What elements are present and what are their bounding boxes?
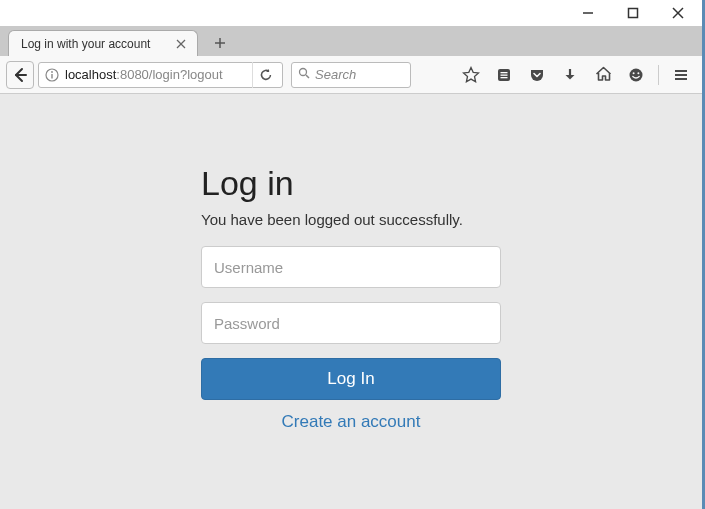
toolbar-separator xyxy=(658,65,659,85)
username-field[interactable] xyxy=(201,246,501,288)
address-bar[interactable]: localhost:8080/login?logout xyxy=(38,62,283,88)
navigation-toolbar: localhost:8080/login?logout Search xyxy=(0,56,702,94)
svg-point-10 xyxy=(51,71,53,73)
library-icon[interactable] xyxy=(489,61,519,89)
downloads-icon[interactable] xyxy=(555,61,585,89)
close-tab-icon[interactable] xyxy=(173,36,189,52)
pocket-icon[interactable] xyxy=(522,61,552,89)
url-path: /login?logout xyxy=(149,67,223,82)
logout-message: You have been logged out successfully. xyxy=(201,211,501,228)
search-icon xyxy=(298,67,310,82)
svg-point-20 xyxy=(633,72,635,74)
login-heading: Log in xyxy=(201,164,501,203)
search-placeholder: Search xyxy=(315,67,356,82)
window-titlebar xyxy=(0,0,702,26)
back-button[interactable] xyxy=(6,61,34,89)
tab-strip: Log in with your account xyxy=(0,26,702,56)
svg-rect-17 xyxy=(501,77,508,78)
page-content: Log in You have been logged out successf… xyxy=(0,94,702,509)
toolbar-icons xyxy=(456,61,696,89)
svg-point-21 xyxy=(637,72,639,74)
url-text: localhost:8080/login?logout xyxy=(65,67,248,82)
browser-tab[interactable]: Log in with your account xyxy=(8,30,198,56)
login-button[interactable]: Log In xyxy=(201,358,501,400)
bookmark-star-icon[interactable] xyxy=(456,61,486,89)
svg-rect-15 xyxy=(501,72,508,73)
minimize-button[interactable] xyxy=(565,0,610,26)
svg-rect-16 xyxy=(501,74,508,75)
search-box[interactable]: Search xyxy=(291,62,411,88)
site-info-icon[interactable] xyxy=(43,66,61,84)
home-icon[interactable] xyxy=(588,61,618,89)
tab-title: Log in with your account xyxy=(21,37,165,51)
svg-point-19 xyxy=(630,68,643,81)
login-form: Log in You have been logged out successf… xyxy=(201,164,501,509)
svg-point-12 xyxy=(300,69,307,76)
close-window-button[interactable] xyxy=(655,0,700,26)
svg-line-13 xyxy=(306,75,309,78)
maximize-button[interactable] xyxy=(610,0,655,26)
refresh-button[interactable] xyxy=(252,62,278,88)
url-host: localhost xyxy=(65,67,116,82)
create-account-link[interactable]: Create an account xyxy=(201,412,501,432)
url-port: :8080 xyxy=(116,67,149,82)
hamburger-menu-icon[interactable] xyxy=(666,61,696,89)
svg-rect-1 xyxy=(628,9,637,18)
password-field[interactable] xyxy=(201,302,501,344)
new-tab-button[interactable] xyxy=(206,30,234,56)
smiley-icon[interactable] xyxy=(621,61,651,89)
